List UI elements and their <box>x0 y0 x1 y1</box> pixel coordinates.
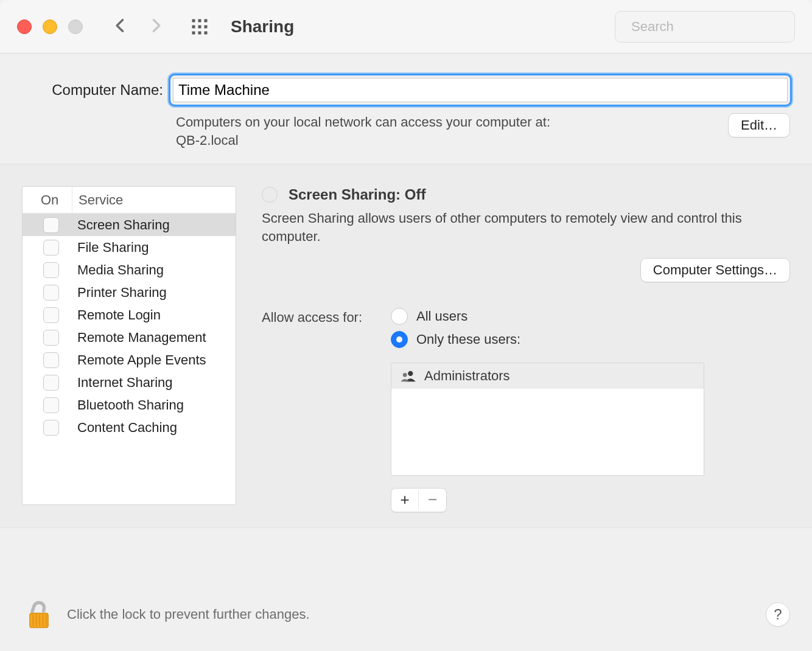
service-checkbox[interactable] <box>43 420 59 436</box>
add-user-button[interactable]: + <box>391 490 419 509</box>
service-row[interactable]: File Sharing <box>23 236 236 259</box>
minimize-window-button[interactable] <box>43 19 57 34</box>
computer-settings-button[interactable]: Computer Settings… <box>640 258 790 282</box>
lock-button[interactable] <box>22 597 56 632</box>
svg-rect-4 <box>198 25 201 28</box>
service-row[interactable]: Remote Management <box>23 326 236 349</box>
service-checkbox[interactable] <box>43 307 59 323</box>
service-checkbox[interactable] <box>43 240 59 256</box>
computer-name-subtext: Computers on your local network can acce… <box>176 113 716 149</box>
service-description: Screen Sharing allows users of other com… <box>262 209 790 245</box>
service-row[interactable]: Bluetooth Sharing <box>23 394 236 416</box>
service-label: Internet Sharing <box>77 375 173 391</box>
edit-hostname-button[interactable]: Edit… <box>728 113 790 138</box>
allowed-users-list[interactable]: Administrators <box>391 363 704 476</box>
services-header-service[interactable]: Service <box>72 192 123 208</box>
svg-point-11 <box>408 371 413 375</box>
pane-title: Sharing <box>231 17 294 37</box>
service-detail: Screen Sharing: Off Screen Sharing allow… <box>262 186 790 506</box>
radio-all-users[interactable] <box>391 308 408 325</box>
user-row-label: Administrators <box>424 368 510 384</box>
service-row[interactable]: Printer Sharing <box>23 281 236 304</box>
svg-rect-7 <box>198 31 201 34</box>
remove-user-button[interactable]: − <box>419 490 446 509</box>
user-list-controls: + − <box>391 488 447 512</box>
user-row[interactable]: Administrators <box>391 363 704 389</box>
service-label: Printer Sharing <box>77 285 167 301</box>
computer-name-input[interactable] <box>173 78 788 102</box>
lock-hint-text: Click the lock to prevent further change… <box>67 607 310 622</box>
service-row[interactable]: Internet Sharing <box>23 371 236 394</box>
sharing-main: On Service Screen SharingFile SharingMed… <box>0 164 812 528</box>
status-indicator-icon <box>262 187 278 203</box>
service-label: Remote Login <box>77 307 161 323</box>
search-field[interactable] <box>615 11 795 43</box>
svg-rect-2 <box>205 19 208 22</box>
radio-all-users-label: All users <box>416 308 467 324</box>
service-checkbox[interactable] <box>43 375 59 391</box>
window-toolbar: Sharing <box>0 0 812 54</box>
svg-rect-1 <box>198 19 201 22</box>
services-table: On Service Screen SharingFile SharingMed… <box>22 186 236 505</box>
search-input[interactable] <box>631 19 799 35</box>
services-header: On Service <box>23 187 236 214</box>
service-label: Content Caching <box>77 420 177 436</box>
service-checkbox[interactable] <box>43 262 59 278</box>
back-button[interactable] <box>112 17 129 37</box>
help-button[interactable]: ? <box>766 602 790 627</box>
service-checkbox[interactable] <box>43 217 59 233</box>
service-label: Remote Management <box>77 330 206 346</box>
service-row[interactable]: Screen Sharing <box>23 214 236 236</box>
svg-rect-5 <box>205 25 208 28</box>
service-label: Bluetooth Sharing <box>77 397 184 413</box>
services-header-on[interactable]: On <box>23 187 72 213</box>
radio-only-these-users[interactable] <box>391 331 408 348</box>
allow-access-label: Allow access for: <box>262 308 382 326</box>
svg-rect-6 <box>192 31 195 34</box>
svg-rect-8 <box>205 31 208 34</box>
svg-point-12 <box>403 373 407 377</box>
service-checkbox[interactable] <box>43 397 59 413</box>
service-label: Remote Apple Events <box>77 352 206 368</box>
forward-button[interactable] <box>147 17 164 37</box>
computer-name-section: Computer Name: Computers on your local n… <box>0 54 812 164</box>
radio-only-these-users-label: Only these users: <box>416 332 520 347</box>
service-row[interactable]: Media Sharing <box>23 259 236 281</box>
service-row[interactable]: Content Caching <box>23 416 236 439</box>
computer-name-label: Computer Name: <box>22 82 170 99</box>
service-checkbox[interactable] <box>43 352 59 368</box>
service-row[interactable]: Remote Apple Events <box>23 349 236 371</box>
close-window-button[interactable] <box>17 19 32 34</box>
service-status-title: Screen Sharing: Off <box>289 186 425 203</box>
service-label: Media Sharing <box>77 262 164 278</box>
svg-rect-3 <box>192 25 195 28</box>
window-controls <box>17 19 83 34</box>
users-group-icon <box>400 370 417 382</box>
service-row[interactable]: Remote Login <box>23 304 236 326</box>
service-label: Screen Sharing <box>77 217 170 233</box>
svg-rect-0 <box>192 19 195 22</box>
zoom-window-button[interactable] <box>68 19 83 34</box>
service-checkbox[interactable] <box>43 285 59 301</box>
service-checkbox[interactable] <box>43 330 59 346</box>
prefs-footer: Click the lock to prevent further change… <box>0 578 812 651</box>
svg-rect-13 <box>30 613 48 628</box>
nav-buttons <box>112 17 164 37</box>
service-label: File Sharing <box>77 240 149 256</box>
show-all-prefs-button[interactable] <box>191 18 209 36</box>
